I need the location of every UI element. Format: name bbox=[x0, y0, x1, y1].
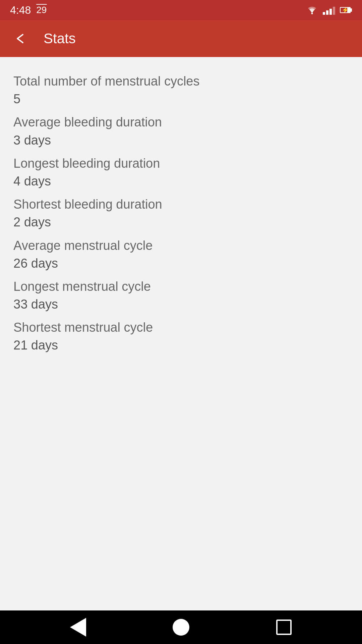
nav-home-icon bbox=[173, 619, 189, 636]
nav-back-icon bbox=[70, 618, 86, 637]
status-bar-right: ⚡ bbox=[306, 5, 352, 15]
stat-item: Average menstrual cycle26 days bbox=[13, 237, 349, 272]
status-notification: 29 bbox=[36, 5, 47, 15]
stat-label: Shortest bleeding duration bbox=[13, 196, 349, 213]
stat-label: Shortest menstrual cycle bbox=[13, 319, 349, 336]
wifi-icon bbox=[306, 5, 318, 15]
stat-value: 4 days bbox=[13, 172, 349, 190]
back-button[interactable] bbox=[10, 29, 30, 49]
stat-value: 21 days bbox=[13, 336, 349, 354]
stat-item: Longest bleeding duration4 days bbox=[13, 155, 349, 190]
stat-value: 26 days bbox=[13, 255, 349, 272]
stat-value: 2 days bbox=[13, 213, 349, 231]
svg-point-0 bbox=[311, 13, 313, 14]
stat-item: Average bleeding duration3 days bbox=[13, 113, 349, 149]
nav-back-button[interactable] bbox=[68, 617, 88, 637]
stat-label: Longest bleeding duration bbox=[13, 155, 349, 172]
status-time: 4:48 bbox=[10, 4, 31, 16]
stat-value: 33 days bbox=[13, 296, 349, 313]
status-bar-left: 4:48 29 bbox=[10, 4, 47, 16]
stat-label: Average bleeding duration bbox=[13, 113, 349, 131]
stat-label: Average menstrual cycle bbox=[13, 237, 349, 255]
stat-item: Shortest bleeding duration2 days bbox=[13, 196, 349, 231]
status-bar: 4:48 29 ⚡ bbox=[0, 0, 362, 20]
stat-item: Total number of menstrual cycles5 bbox=[13, 72, 349, 108]
nav-home-button[interactable] bbox=[171, 617, 191, 637]
content-area: Total number of menstrual cycles5Average… bbox=[0, 57, 362, 610]
stat-item: Shortest menstrual cycle21 days bbox=[13, 319, 349, 354]
stat-item: Longest menstrual cycle33 days bbox=[13, 278, 349, 313]
nav-recents-button[interactable] bbox=[274, 617, 294, 637]
nav-recents-icon bbox=[276, 620, 292, 635]
toolbar: Stats bbox=[0, 20, 362, 57]
battery-icon: ⚡ bbox=[340, 7, 352, 13]
stat-value: 3 days bbox=[13, 131, 349, 149]
stats-list: Total number of menstrual cycles5Average… bbox=[13, 72, 349, 355]
stat-label: Total number of menstrual cycles bbox=[13, 72, 349, 90]
stat-value: 5 bbox=[13, 90, 349, 108]
toolbar-title: Stats bbox=[44, 31, 76, 47]
signal-icon bbox=[323, 5, 335, 15]
nav-bar bbox=[0, 610, 362, 644]
stat-label: Longest menstrual cycle bbox=[13, 278, 349, 296]
